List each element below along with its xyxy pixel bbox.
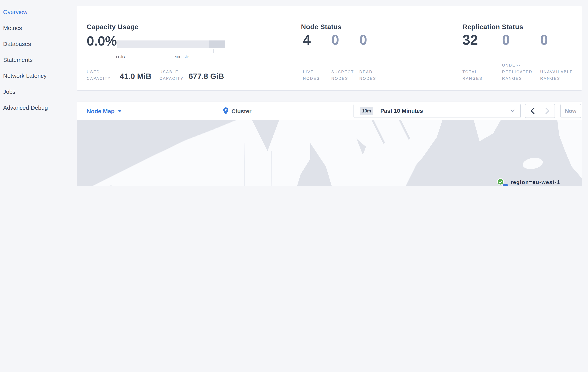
under-replicated-count: 0 [502,32,510,48]
world-map [77,120,582,186]
node-map-card: Node Map Cluster 10m Past 10 Minutes [77,102,582,186]
time-window-pager [525,104,555,118]
replication-status-title: Replication Status [462,23,523,31]
sidebar-item-metrics[interactable]: Metrics [0,20,77,36]
usable-capacity-value: 677.8 GiB [189,72,224,81]
dead-nodes-label: DEAD NODES [359,68,379,82]
sidebar-item-jobs[interactable]: Jobs [0,84,77,100]
region-label: region=eu-west-1 [511,179,560,185]
cluster-summary-card: Capacity Usage 0.0% 0 GiB 400 GiB USED C… [77,6,582,91]
node-marker-eu-west-1[interactable]: region=eu-west-1 1 Node 0% CAPACITY 12.5… [480,177,569,186]
time-range-badge: 10m [360,107,373,115]
total-ranges-count: 32 [462,32,478,48]
capacity-axis-tick [182,49,182,53]
db-console-overview-page: Overview Metrics Databases Statements Ne… [0,0,588,186]
capacity-axis-tick [151,49,151,53]
sidebar-item-network-latency[interactable]: Network Latency [0,68,77,84]
used-capacity-value: 41.0 MiB [120,72,151,81]
next-window-button[interactable] [540,104,555,117]
usable-capacity-label: USABLE CAPACITY [159,68,188,82]
capacity-axis-tick [213,49,213,53]
sidebar-item-advanced-debug[interactable]: Advanced Debug [0,100,77,116]
view-mode-label: Node Map [87,107,115,114]
live-nodes-label: LIVE NODES [303,68,323,82]
under-replicated-label: UNDER-REPLICATED RANGES [502,62,537,82]
chevron-right-icon [545,107,549,114]
breadcrumb[interactable]: Cluster [223,102,252,120]
unavailable-ranges-count: 0 [540,32,548,48]
sidebar-item-statements[interactable]: Statements [0,52,77,68]
map-toolbar: Node Map Cluster 10m Past 10 Minutes [77,102,582,120]
world-map-canvas[interactable]: region=us-west-1 1 Node 0% CAPACITY 12.2… [77,120,582,186]
capacity-axis-tick [120,49,120,53]
time-range-dropdown[interactable]: 10m Past 10 Minutes [354,104,521,118]
now-button[interactable]: Now [560,104,581,118]
sidebar-item-databases[interactable]: Databases [0,36,77,52]
map-pin-icon [223,107,228,114]
capacity-percent: 0.0% [87,33,117,49]
capacity-bar-reserved-segment [209,41,225,48]
capacity-bar [117,41,225,48]
sidebar-item-overview[interactable]: Overview [0,4,77,20]
capacity-axis-label-400: 400 GiB [175,54,189,59]
chevron-left-icon [530,107,535,114]
capacity-usage-title: Capacity Usage [87,23,138,31]
suspect-nodes-label: SUSPECT NODES [331,68,356,82]
used-capacity-label: USED CAPACITY [87,68,111,82]
toolbar-divider [345,104,345,118]
time-range-label: Past 10 Minutes [380,108,423,114]
caret-down-icon [118,109,122,112]
breadcrumb-label: Cluster [231,107,252,114]
capacity-axis-label-0: 0 GiB [115,54,125,59]
total-ranges-label: TOTAL RANGES [462,68,485,82]
live-nodes-count: 4 [303,32,311,48]
node-status-title: Node Status [301,23,342,31]
dead-nodes-count: 0 [359,32,367,48]
suspect-nodes-count: 0 [331,32,339,48]
sidebar-nav: Overview Metrics Databases Statements Ne… [0,0,77,186]
unavailable-ranges-label: UNAVAILABLE RANGES [540,68,578,82]
view-mode-dropdown[interactable]: Node Map [87,102,122,120]
chevron-down-icon [510,109,515,112]
prev-window-button[interactable] [525,104,540,117]
